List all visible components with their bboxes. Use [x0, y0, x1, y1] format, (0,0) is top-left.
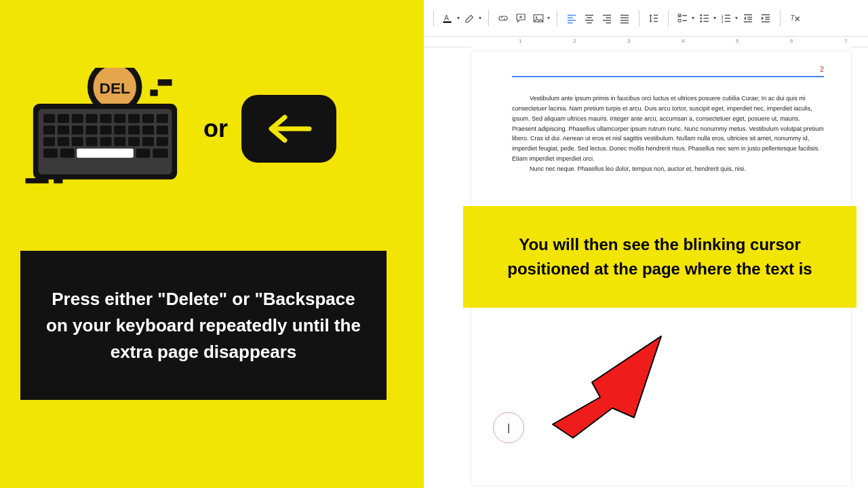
svg-marker-94 [553, 336, 661, 438]
svg-rect-2 [158, 79, 172, 85]
align-right-button[interactable] [599, 11, 614, 26]
svg-rect-9 [86, 114, 98, 123]
text-color-button[interactable]: A [441, 11, 456, 26]
svg-rect-36 [136, 148, 150, 157]
svg-rect-25 [58, 137, 69, 146]
svg-rect-26 [72, 137, 83, 146]
checklist-button[interactable] [675, 11, 690, 26]
svg-rect-30 [128, 137, 140, 146]
svg-rect-10 [100, 114, 111, 123]
instruction-box: Press either "Delete" or "Backspace on y… [20, 251, 387, 400]
svg-rect-6 [43, 114, 55, 123]
callout-box: You will then see the blinking cursor po… [463, 206, 856, 308]
svg-point-47 [536, 16, 537, 18]
svg-rect-19 [100, 125, 111, 134]
svg-rect-24 [43, 137, 55, 146]
svg-text:DEL: DEL [99, 79, 130, 97]
cursor-indicator-circle: | [493, 412, 524, 443]
svg-rect-17 [72, 125, 83, 134]
paragraph-1: Vestibulum ante ipsum primis in faucibus… [512, 94, 824, 164]
svg-point-75 [700, 20, 702, 22]
svg-rect-7 [58, 114, 69, 123]
svg-rect-16 [58, 125, 69, 134]
svg-rect-37 [153, 148, 168, 157]
svg-rect-27 [86, 137, 98, 146]
svg-rect-32 [157, 137, 168, 146]
svg-rect-14 [157, 114, 168, 123]
line-spacing-button[interactable] [646, 11, 661, 26]
svg-point-73 [700, 17, 702, 19]
svg-rect-35 [77, 148, 133, 157]
svg-rect-21 [128, 125, 140, 134]
svg-rect-39 [26, 178, 49, 184]
svg-rect-23 [157, 125, 168, 134]
align-center-button[interactable] [582, 11, 597, 26]
ruler: 1 2 3 4 5 6 7 [424, 37, 868, 47]
align-justify-button[interactable] [617, 11, 632, 26]
keyboard-del-icon: DEL [20, 68, 190, 190]
indent-decrease-button[interactable] [741, 11, 755, 26]
tutorial-left-panel: DEL or [0, 0, 424, 488]
docs-toolbar: A▾ ▾ ▾ ▾ ▾ 123▾ T [424, 0, 868, 37]
header-divider [512, 76, 824, 77]
svg-rect-29 [114, 137, 125, 146]
bullet-list-button[interactable] [697, 11, 712, 26]
svg-rect-12 [128, 114, 140, 123]
paragraph-2: Nunc nec neque. Phasellus leo dolor, tem… [512, 164, 824, 174]
svg-point-71 [700, 14, 702, 16]
instruction-text: Press either "Delete" or "Backspace on y… [41, 286, 366, 365]
svg-rect-18 [86, 125, 98, 134]
svg-rect-22 [142, 125, 154, 134]
svg-rect-43 [443, 21, 452, 22]
or-label: or [203, 115, 228, 143]
page-number: 2 [512, 65, 824, 73]
page-body: Vestibulum ante ipsum primis in faucibus… [512, 94, 824, 174]
svg-text:T: T [790, 14, 795, 22]
svg-rect-3 [150, 89, 157, 96]
keyboard-illustration-row: DEL or [20, 68, 407, 190]
comment-button[interactable] [513, 11, 528, 26]
svg-rect-8 [72, 114, 83, 123]
svg-rect-33 [43, 148, 58, 157]
docs-preview-panel: A▾ ▾ ▾ ▾ ▾ 123▾ T 1 2 3 4 5 6 7 [424, 0, 868, 488]
link-button[interactable] [496, 11, 511, 26]
backspace-key-icon [241, 95, 336, 163]
highlight-button[interactable] [462, 11, 477, 26]
clear-format-button[interactable]: T [787, 11, 802, 26]
svg-rect-38 [43, 160, 168, 169]
svg-rect-69 [678, 19, 681, 22]
svg-rect-34 [60, 148, 75, 157]
svg-text:3: 3 [722, 19, 724, 23]
image-button[interactable] [531, 11, 546, 26]
indent-increase-button[interactable] [758, 11, 773, 26]
svg-rect-13 [142, 114, 154, 123]
svg-rect-11 [114, 114, 125, 123]
svg-rect-20 [114, 125, 125, 134]
number-list-button[interactable]: 123 [719, 11, 734, 26]
svg-rect-15 [43, 125, 55, 134]
callout-text: You will then see the blinking cursor po… [479, 232, 840, 281]
svg-rect-31 [142, 137, 154, 146]
pointer-arrow-icon [539, 316, 688, 451]
svg-text:A: A [444, 14, 449, 22]
svg-rect-40 [54, 178, 62, 184]
text-cursor-icon: | [507, 422, 510, 433]
align-left-button[interactable] [564, 11, 579, 26]
svg-rect-28 [100, 137, 111, 146]
